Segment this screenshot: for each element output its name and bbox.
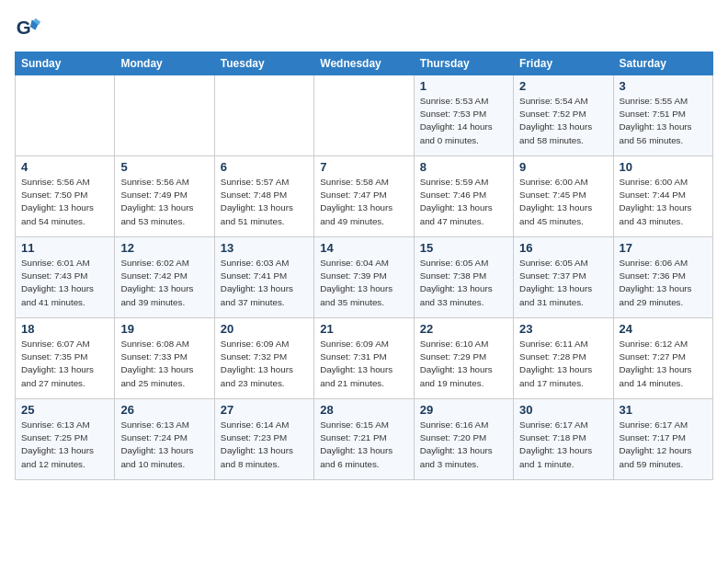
day-header-wednesday: Wednesday: [314, 52, 414, 75]
calendar-cell: 31Sunrise: 6:17 AM Sunset: 7:17 PM Dayli…: [613, 399, 712, 480]
day-number: 5: [120, 160, 208, 174]
day-header-tuesday: Tuesday: [214, 52, 313, 75]
calendar-table: SundayMondayTuesdayWednesdayThursdayFrid…: [15, 52, 713, 480]
day-number: 9: [519, 160, 607, 174]
calendar-cell: 23Sunrise: 6:11 AM Sunset: 7:28 PM Dayli…: [514, 318, 613, 399]
calendar-cell: 4Sunrise: 5:56 AM Sunset: 7:50 PM Daylig…: [16, 156, 115, 237]
calendar-cell: 10Sunrise: 6:00 AM Sunset: 7:44 PM Dayli…: [613, 156, 712, 237]
day-header-sunday: Sunday: [16, 52, 115, 75]
day-info: Sunrise: 6:14 AM Sunset: 7:23 PM Dayligh…: [221, 419, 308, 471]
calendar-cell: 12Sunrise: 6:02 AM Sunset: 7:42 PM Dayli…: [115, 237, 214, 318]
day-info: Sunrise: 6:07 AM Sunset: 7:35 PM Dayligh…: [21, 338, 108, 390]
day-info: Sunrise: 6:00 AM Sunset: 7:44 PM Dayligh…: [620, 176, 707, 228]
day-number: 11: [21, 241, 108, 255]
day-info: Sunrise: 6:17 AM Sunset: 7:18 PM Dayligh…: [519, 419, 607, 471]
calendar-cell: 25Sunrise: 6:13 AM Sunset: 7:25 PM Dayli…: [16, 399, 115, 480]
calendar-cell: 7Sunrise: 5:58 AM Sunset: 7:47 PM Daylig…: [314, 156, 414, 237]
day-number: 31: [620, 403, 707, 417]
day-info: Sunrise: 6:05 AM Sunset: 7:37 PM Dayligh…: [519, 257, 607, 309]
day-info: Sunrise: 6:15 AM Sunset: 7:21 PM Dayligh…: [320, 419, 407, 471]
calendar-cell: 22Sunrise: 6:10 AM Sunset: 7:29 PM Dayli…: [414, 318, 513, 399]
day-info: Sunrise: 6:00 AM Sunset: 7:45 PM Dayligh…: [519, 176, 607, 228]
day-info: Sunrise: 6:08 AM Sunset: 7:33 PM Dayligh…: [120, 338, 208, 390]
day-header-monday: Monday: [115, 52, 214, 75]
calendar-cell: 1Sunrise: 5:53 AM Sunset: 7:53 PM Daylig…: [414, 75, 513, 156]
day-info: Sunrise: 5:57 AM Sunset: 7:48 PM Dayligh…: [221, 176, 308, 228]
day-number: 12: [120, 241, 208, 255]
day-header-friday: Friday: [514, 52, 613, 75]
day-number: 24: [620, 322, 707, 336]
day-number: 8: [420, 160, 507, 174]
day-info: Sunrise: 6:12 AM Sunset: 7:27 PM Dayligh…: [620, 338, 707, 390]
calendar-cell: 14Sunrise: 6:04 AM Sunset: 7:39 PM Dayli…: [314, 237, 414, 318]
day-number: 25: [21, 403, 108, 417]
calendar-cell: 18Sunrise: 6:07 AM Sunset: 7:35 PM Dayli…: [16, 318, 115, 399]
calendar-cell: 6Sunrise: 5:57 AM Sunset: 7:48 PM Daylig…: [214, 156, 313, 237]
day-info: Sunrise: 6:11 AM Sunset: 7:28 PM Dayligh…: [519, 338, 607, 390]
day-number: 3: [620, 79, 707, 93]
logo: G: [15, 15, 44, 40]
page-header: G: [15, 15, 713, 40]
day-info: Sunrise: 5:59 AM Sunset: 7:46 PM Dayligh…: [420, 176, 507, 228]
day-number: 6: [221, 160, 308, 174]
day-number: 17: [620, 241, 707, 255]
calendar-cell: 21Sunrise: 6:09 AM Sunset: 7:31 PM Dayli…: [314, 318, 414, 399]
calendar-cell: 2Sunrise: 5:54 AM Sunset: 7:52 PM Daylig…: [514, 75, 613, 156]
calendar-cell: [115, 75, 214, 156]
calendar-cell: 15Sunrise: 6:05 AM Sunset: 7:38 PM Dayli…: [414, 237, 513, 318]
calendar-cell: 28Sunrise: 6:15 AM Sunset: 7:21 PM Dayli…: [314, 399, 414, 480]
calendar-cell: 19Sunrise: 6:08 AM Sunset: 7:33 PM Dayli…: [115, 318, 214, 399]
calendar-cell: 5Sunrise: 5:56 AM Sunset: 7:49 PM Daylig…: [115, 156, 214, 237]
day-info: Sunrise: 6:13 AM Sunset: 7:25 PM Dayligh…: [21, 419, 108, 471]
day-info: Sunrise: 6:06 AM Sunset: 7:36 PM Dayligh…: [620, 257, 707, 309]
logo-icon: G: [15, 15, 40, 40]
day-number: 14: [320, 241, 407, 255]
day-info: Sunrise: 6:04 AM Sunset: 7:39 PM Dayligh…: [320, 257, 407, 309]
day-number: 16: [519, 241, 607, 255]
day-info: Sunrise: 6:09 AM Sunset: 7:31 PM Dayligh…: [320, 338, 407, 390]
day-header-saturday: Saturday: [613, 52, 712, 75]
day-info: Sunrise: 6:10 AM Sunset: 7:29 PM Dayligh…: [420, 338, 507, 390]
day-info: Sunrise: 6:17 AM Sunset: 7:17 PM Dayligh…: [620, 419, 707, 471]
day-number: 26: [120, 403, 208, 417]
day-info: Sunrise: 6:02 AM Sunset: 7:42 PM Dayligh…: [120, 257, 208, 309]
calendar-cell: [214, 75, 313, 156]
calendar-cell: 3Sunrise: 5:55 AM Sunset: 7:51 PM Daylig…: [613, 75, 712, 156]
day-number: 20: [221, 322, 308, 336]
day-number: 23: [519, 322, 607, 336]
calendar-cell: 26Sunrise: 6:13 AM Sunset: 7:24 PM Dayli…: [115, 399, 214, 480]
day-info: Sunrise: 5:53 AM Sunset: 7:53 PM Dayligh…: [420, 95, 507, 147]
day-info: Sunrise: 6:03 AM Sunset: 7:41 PM Dayligh…: [221, 257, 308, 309]
calendar-cell: 20Sunrise: 6:09 AM Sunset: 7:32 PM Dayli…: [214, 318, 313, 399]
day-number: 10: [620, 160, 707, 174]
day-info: Sunrise: 5:54 AM Sunset: 7:52 PM Dayligh…: [519, 95, 607, 147]
day-number: 22: [420, 322, 507, 336]
calendar-cell: 27Sunrise: 6:14 AM Sunset: 7:23 PM Dayli…: [214, 399, 313, 480]
day-number: 29: [420, 403, 507, 417]
calendar-cell: 8Sunrise: 5:59 AM Sunset: 7:46 PM Daylig…: [414, 156, 513, 237]
day-info: Sunrise: 6:16 AM Sunset: 7:20 PM Dayligh…: [420, 419, 507, 471]
day-number: 21: [320, 322, 407, 336]
day-number: 2: [519, 79, 607, 93]
calendar-cell: 17Sunrise: 6:06 AM Sunset: 7:36 PM Dayli…: [613, 237, 712, 318]
day-info: Sunrise: 5:55 AM Sunset: 7:51 PM Dayligh…: [620, 95, 707, 147]
day-number: 30: [519, 403, 607, 417]
day-info: Sunrise: 6:13 AM Sunset: 7:24 PM Dayligh…: [120, 419, 208, 471]
calendar-cell: 9Sunrise: 6:00 AM Sunset: 7:45 PM Daylig…: [514, 156, 613, 237]
calendar-cell: 11Sunrise: 6:01 AM Sunset: 7:43 PM Dayli…: [16, 237, 115, 318]
calendar-cell: [16, 75, 115, 156]
day-number: 13: [221, 241, 308, 255]
svg-text:G: G: [17, 17, 31, 38]
day-info: Sunrise: 6:05 AM Sunset: 7:38 PM Dayligh…: [420, 257, 507, 309]
day-info: Sunrise: 5:56 AM Sunset: 7:49 PM Dayligh…: [120, 176, 208, 228]
day-number: 27: [221, 403, 308, 417]
calendar-cell: [314, 75, 414, 156]
calendar-cell: 13Sunrise: 6:03 AM Sunset: 7:41 PM Dayli…: [214, 237, 313, 318]
day-number: 19: [120, 322, 208, 336]
calendar-cell: 24Sunrise: 6:12 AM Sunset: 7:27 PM Dayli…: [613, 318, 712, 399]
calendar-cell: 29Sunrise: 6:16 AM Sunset: 7:20 PM Dayli…: [414, 399, 513, 480]
calendar-cell: 16Sunrise: 6:05 AM Sunset: 7:37 PM Dayli…: [514, 237, 613, 318]
day-number: 4: [21, 160, 108, 174]
day-info: Sunrise: 6:01 AM Sunset: 7:43 PM Dayligh…: [21, 257, 108, 309]
day-number: 1: [420, 79, 507, 93]
